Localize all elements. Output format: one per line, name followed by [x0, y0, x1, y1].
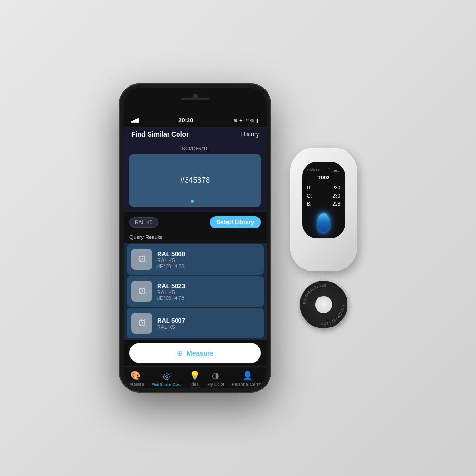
nav-item-find-similar[interactable]: ◎ Find Similar Color — [152, 371, 182, 387]
measure-button[interactable]: ⊕ Measure — [129, 343, 261, 363]
device-battery-fill — [334, 170, 337, 171]
result-thumb-1: 🖼 — [131, 249, 152, 270]
personal-nav-icon: 👤 — [242, 370, 253, 381]
dot-1 — [191, 200, 194, 203]
bluetooth-icon: ✦ — [239, 118, 243, 123]
library-row: RAL K5 Select Library — [124, 212, 267, 232]
calibration-text-outer: SN:CM4221929 SN:CM4221929 — [300, 281, 347, 328]
bottom-nav: 🎨 Measure ◎ Find Similar Color 💡 Idea ◑ … — [124, 366, 267, 388]
status-icons: ⊕ ✦ 74% ▮ — [233, 118, 259, 123]
phone: 20:20 ⊕ ✦ 74% ▮ Find Similar Color Histo… — [119, 83, 271, 393]
results-list: 🖼 RAL 5000 RAL K5 dE*00: 4.23 🖼 — [124, 243, 267, 340]
b-label: B: — [307, 201, 311, 207]
device-reading-b: B: 228 — [307, 201, 340, 207]
phone-speaker — [181, 98, 209, 100]
device-mode: D65/1.0 — [307, 168, 320, 172]
device-top-row: D65/1.0 ⌒ — [307, 168, 340, 173]
svg-text:SN:CM4221929: SN:CM4221929 — [302, 283, 327, 305]
signal-bars — [131, 118, 139, 123]
svg-text:SN:CM4221929: SN:CM4221929 — [321, 305, 345, 326]
device-blue-light — [318, 213, 329, 232]
status-bar: 20:20 ⊕ ✦ 74% ▮ — [124, 114, 267, 127]
nav-item-measure[interactable]: 🎨 Measure — [128, 370, 144, 387]
measure-btn-row: ⊕ Measure — [124, 340, 267, 366]
signal-bar-4 — [137, 118, 139, 123]
idea-nav-label: Idea — [190, 382, 199, 387]
image-icon-2: 🖼 — [138, 287, 146, 296]
measure-btn-text: Measure — [187, 349, 214, 357]
history-button[interactable]: History — [241, 131, 259, 138]
select-library-button[interactable]: Select Library — [210, 216, 261, 228]
r-label: R: — [307, 185, 312, 190]
device-id: T002 — [317, 175, 329, 180]
library-badge: RAL K5 — [129, 217, 158, 228]
swatch-dots — [191, 200, 199, 203]
image-icon-1: 🖼 — [138, 255, 146, 264]
image-icon-3: 🖼 — [138, 319, 146, 327]
nav-item-personal[interactable]: 👤 Personal Center — [232, 370, 263, 387]
result-thumb-2: 🖼 — [131, 281, 152, 302]
color-display-area: SCI/D65/10 #345878 — [124, 142, 267, 212]
status-time: 20:20 — [178, 117, 193, 124]
result-item-1[interactable]: 🖼 RAL 5000 RAL K5 dE*00: 4.23 — [127, 244, 264, 275]
signal-bar-1 — [131, 121, 133, 123]
measure-nav-icon: 🎨 — [130, 370, 141, 381]
device-screen: D65/1.0 ⌒ T002 R: 230 G: — [302, 162, 345, 238]
result-info-2: RAL 5023 RAL K5 dE*00: 4.78 — [157, 282, 259, 301]
color-mode-label: SCI/D65/10 — [129, 146, 261, 151]
result-de-2: dE*00: 4.78 — [157, 295, 259, 301]
result-info-1: RAL 5000 RAL K5 dE*00: 4.23 — [157, 250, 259, 269]
device-battery — [333, 169, 340, 172]
result-name-2: RAL 5023 — [157, 282, 259, 289]
location-icon: ⊕ — [233, 118, 237, 123]
result-info-3: RAL 5007 RAL K5 — [157, 317, 259, 330]
my-color-nav-icon: ◑ — [212, 370, 219, 381]
color-swatch: #345878 — [129, 154, 261, 207]
result-item-2[interactable]: 🖼 RAL 5023 RAL K5 dE*00: 4.78 — [127, 276, 264, 307]
device-reading-r: R: 230 — [307, 185, 340, 190]
result-name-1: RAL 5000 — [157, 250, 259, 258]
nav-header: Find Similar Color History — [124, 127, 267, 142]
result-de-1: dE*00: 4.23 — [157, 263, 259, 269]
phone-top-bar — [124, 88, 267, 114]
device-readings: R: 230 G: 230 B: 228 — [307, 185, 340, 209]
screen: Find Similar Color History SCI/D65/10 #3… — [124, 127, 267, 388]
g-label: G: — [307, 193, 312, 198]
result-lib-2: RAL K5 — [157, 289, 259, 295]
idea-nav-icon: 💡 — [189, 370, 200, 381]
my-color-nav-label: My Color — [207, 382, 224, 387]
dot-2 — [197, 200, 199, 203]
signal-bar-3 — [135, 119, 137, 123]
result-lib-1: RAL K5 — [157, 258, 259, 263]
nav-item-idea[interactable]: 💡 Idea — [189, 370, 200, 387]
b-value: 228 — [332, 201, 340, 207]
find-similar-nav-icon: ◎ — [163, 371, 170, 381]
find-similar-nav-label: Find Similar Color — [152, 382, 182, 387]
result-thumb-3: 🖼 — [131, 313, 152, 334]
nav-title: Find Similar Color — [131, 130, 189, 138]
device-reading-g: G: 230 — [307, 193, 340, 198]
result-lib-3: RAL K5 — [157, 324, 259, 330]
nav-item-my-color[interactable]: ◑ My Color — [207, 370, 224, 387]
r-value: 230 — [332, 185, 340, 190]
device-wifi-icon: ⌒ — [327, 168, 331, 173]
phone-inner: 20:20 ⊕ ✦ 74% ▮ Find Similar Color Histo… — [124, 88, 267, 388]
device-container: D65/1.0 ⌒ T002 R: 230 G: — [290, 148, 357, 328]
personal-nav-label: Personal Center — [232, 382, 263, 387]
measure-icon: ⊕ — [177, 348, 183, 357]
battery-percent: 74% — [245, 118, 254, 123]
measure-nav-label: Measure — [128, 382, 144, 387]
result-item-3[interactable]: 🖼 RAL 5007 RAL K5 — [127, 308, 264, 338]
battery-icon: ▮ — [256, 118, 259, 123]
colorimeter: D65/1.0 ⌒ T002 R: 230 G: — [290, 148, 357, 271]
calibration-disc: SN:CM4221929 SN:CM4221929 — [300, 281, 347, 328]
scene: 20:20 ⊕ ✦ 74% ▮ Find Similar Color Histo… — [119, 83, 357, 393]
signal-bar-2 — [133, 120, 135, 123]
color-hex: #345878 — [180, 176, 210, 185]
g-value: 230 — [332, 193, 340, 198]
result-name-3: RAL 5007 — [157, 317, 259, 324]
query-label: Query Results — [124, 232, 267, 243]
